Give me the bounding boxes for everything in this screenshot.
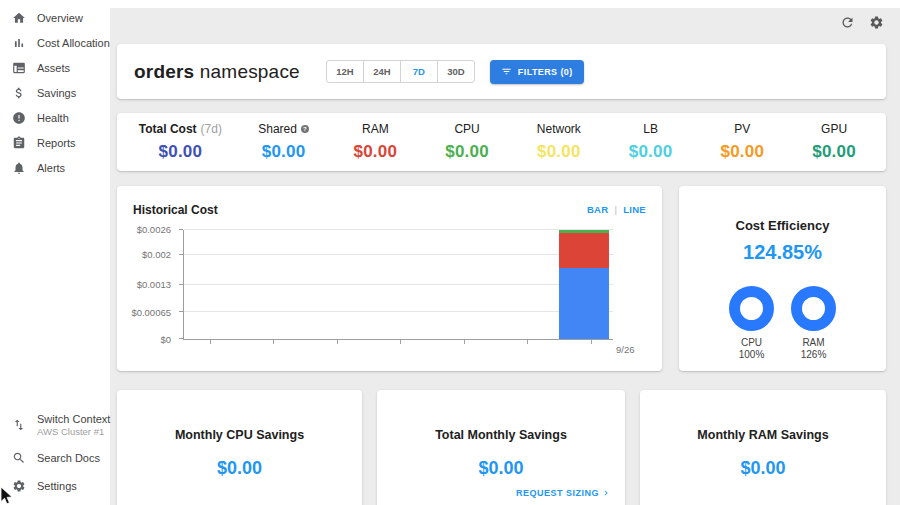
gridline xyxy=(184,229,613,230)
y-tick-label: $0.0013 xyxy=(137,280,171,290)
chart-plot xyxy=(183,230,613,340)
filters-button[interactable]: FILTERS (0) xyxy=(490,60,584,84)
current-cluster-label: AWS Cluster #1 xyxy=(37,426,110,438)
stat-label: Shared xyxy=(258,122,297,136)
refresh-icon[interactable] xyxy=(840,15,855,30)
chart-title: Historical Cost xyxy=(133,203,218,217)
y-tick-label: $0.00065 xyxy=(131,308,171,318)
chart-y-labels: $0$0.00065$0.0013$0.002$0.0026 xyxy=(117,230,179,340)
sidebar-footer: Switch Context AWS Cluster #1 Search Doc… xyxy=(0,408,110,501)
stat-value: $0.00 xyxy=(123,142,238,162)
sidebar-item-label: Assets xyxy=(37,62,70,74)
savings-card-value: $0.00 xyxy=(377,458,625,479)
stat-lb: LB $0.00 xyxy=(605,122,697,162)
search-icon xyxy=(11,450,26,465)
chevron-right-icon xyxy=(601,488,611,498)
filter-icon xyxy=(501,66,512,77)
main-content: orders namespace 12H 24H 7D 30D FILTERS … xyxy=(110,8,900,505)
chart-type-toggle: BAR | LINE xyxy=(587,204,646,215)
namespace-type: namespace xyxy=(200,61,300,82)
stat-cpu: CPU $0.00 xyxy=(421,122,513,162)
sidebar-item-label: Search Docs xyxy=(37,452,100,464)
x-tick-mark xyxy=(464,340,465,344)
gear-icon[interactable] xyxy=(869,15,884,30)
stat-label: CPU xyxy=(454,122,479,136)
donut-label: CPU xyxy=(741,337,762,349)
donut-label: RAM xyxy=(802,337,824,349)
total-monthly-savings-card: Total Monthly Savings $0.00 REQUEST SIZI… xyxy=(377,390,625,505)
cpu-donut-chart xyxy=(729,286,774,331)
stat-shared: Shared ? $0.00 xyxy=(238,122,330,162)
sidebar: Overview Cost Allocation Assets Savings xyxy=(0,0,110,505)
page-title: orders namespace xyxy=(134,61,300,83)
time-range-30d[interactable]: 30D xyxy=(437,60,475,83)
sidebar-item-label: Settings xyxy=(37,480,77,492)
time-range-group: 12H 24H 7D 30D xyxy=(326,60,475,83)
cost-summary-card: Total Cost (7d) $0.00 Shared ? $0.00 RAM… xyxy=(117,113,886,171)
savings-card-value: $0.00 xyxy=(117,458,362,479)
stat-total-cost: Total Cost (7d) $0.00 xyxy=(123,122,238,162)
stat-ram: RAM $0.00 xyxy=(329,122,421,162)
error-circle-icon xyxy=(11,110,26,125)
sidebar-item-switch-context[interactable]: Switch Context AWS Cluster #1 xyxy=(0,408,110,442)
request-sizing-label: REQUEST SIZING xyxy=(516,488,599,498)
time-range-12h[interactable]: 12H xyxy=(326,60,364,83)
bar-blue-segment xyxy=(559,268,608,339)
swap-vertical-icon xyxy=(11,418,26,433)
monthly-cpu-savings-card: Monthly CPU Savings $0.00 xyxy=(117,390,362,505)
sidebar-item-label: Alerts xyxy=(37,162,65,174)
toggle-bar[interactable]: BAR xyxy=(587,204,608,215)
sidebar-item-label: Cost Allocation xyxy=(37,37,110,49)
chart-bar xyxy=(559,230,608,339)
stat-label: RAM xyxy=(362,122,389,136)
request-sizing-link[interactable]: REQUEST SIZING xyxy=(516,488,611,498)
namespace-header-card: orders namespace 12H 24H 7D 30D FILTERS … xyxy=(117,44,886,99)
monthly-ram-savings-card: Monthly RAM Savings $0.00 xyxy=(640,390,886,505)
sidebar-item-alerts[interactable]: Alerts xyxy=(0,155,110,180)
sidebar-item-assets[interactable]: Assets xyxy=(0,55,110,80)
stat-network: Network $0.00 xyxy=(513,122,605,162)
sidebar-item-search-docs[interactable]: Search Docs xyxy=(0,445,110,470)
efficiency-title: Cost Efficiency xyxy=(679,218,886,233)
time-range-24h[interactable]: 24H xyxy=(363,60,401,83)
top-action-icons xyxy=(840,15,884,30)
savings-card-value: $0.00 xyxy=(640,458,886,479)
stat-label-suffix: (7d) xyxy=(201,122,222,136)
gear-icon xyxy=(11,478,26,493)
sidebar-item-health[interactable]: Health xyxy=(0,105,110,130)
y-tick-mark xyxy=(179,311,183,312)
donut-value: 126% xyxy=(801,349,827,361)
info-icon[interactable]: ? xyxy=(301,125,309,133)
gridline xyxy=(184,284,613,285)
sidebar-item-savings[interactable]: Savings xyxy=(0,80,110,105)
x-tick-mark xyxy=(337,340,338,344)
stat-gpu: GPU $0.00 xyxy=(788,122,880,162)
mouse-cursor xyxy=(0,487,13,505)
stat-label: Network xyxy=(537,122,581,136)
sidebar-item-cost-allocation[interactable]: Cost Allocation xyxy=(0,30,110,55)
chart-x-label: 9/26 xyxy=(594,344,657,355)
x-tick-mark xyxy=(400,340,401,344)
switch-context-label: Switch Context xyxy=(37,413,110,425)
time-range-7d[interactable]: 7D xyxy=(400,60,438,83)
stat-pv: PV $0.00 xyxy=(696,122,788,162)
y-tick-mark xyxy=(179,338,183,339)
stat-value: $0.00 xyxy=(421,142,513,162)
sidebar-item-settings[interactable]: Settings xyxy=(0,473,110,498)
toggle-line[interactable]: LINE xyxy=(623,204,646,215)
sidebar-item-overview[interactable]: Overview xyxy=(0,5,110,30)
ram-efficiency: RAM 126% xyxy=(791,286,836,361)
x-tick-mark xyxy=(527,340,528,344)
stat-label: GPU xyxy=(821,122,847,136)
stat-value: $0.00 xyxy=(696,142,788,162)
y-tick-mark xyxy=(179,284,183,285)
y-tick-mark xyxy=(179,229,183,230)
historical-cost-card: Historical Cost BAR | LINE $0$0.00065$0.… xyxy=(117,186,662,371)
y-tick-mark xyxy=(179,254,183,255)
gridline xyxy=(184,311,613,312)
sidebar-item-reports[interactable]: Reports xyxy=(0,130,110,155)
home-icon xyxy=(11,10,26,25)
cpu-efficiency: CPU 100% xyxy=(729,286,774,361)
sidebar-item-label: Overview xyxy=(37,12,83,24)
dollar-icon xyxy=(11,85,26,100)
